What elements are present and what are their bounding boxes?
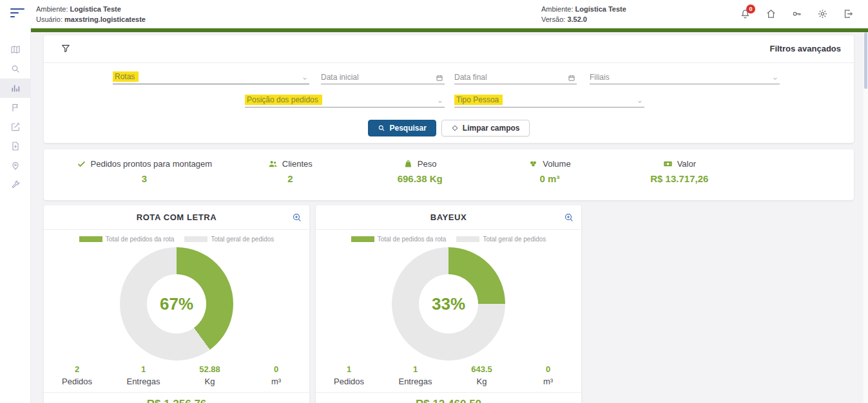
sidebar-nav bbox=[0, 28, 31, 403]
sidebar-item-tools[interactable] bbox=[0, 175, 31, 194]
versao-value: 3.52.0 bbox=[567, 15, 587, 23]
file-report-icon bbox=[10, 141, 21, 151]
sidebar-item-routes[interactable] bbox=[0, 98, 31, 117]
sidebar-item-search[interactable] bbox=[0, 59, 31, 79]
weight-icon bbox=[403, 159, 413, 169]
legend-swatch-green bbox=[79, 236, 102, 242]
summary-label: Valor bbox=[677, 159, 696, 169]
search-button[interactable]: Pesquisar bbox=[368, 120, 436, 136]
chart-legend: Total de pedidos da rota Total geral de … bbox=[44, 236, 309, 243]
ambiente-label: Ambiente: bbox=[36, 5, 68, 13]
volume-icon bbox=[528, 159, 538, 169]
sidebar-item-edit[interactable] bbox=[0, 117, 31, 136]
top-bar: Ambiente: Logística Teste Usuário: maxst… bbox=[0, 0, 868, 28]
donut-center: 67% bbox=[147, 274, 206, 333]
home-icon[interactable] bbox=[766, 8, 776, 19]
summary-label: Volume bbox=[543, 159, 570, 169]
donut-chart[interactable]: 67% bbox=[120, 247, 233, 361]
usuario-value: maxstring.logisticateste bbox=[64, 15, 146, 23]
summary-peso: Peso 696.38 Kg bbox=[355, 159, 485, 200]
route-charts-row: ROTA COM LETRA Total de pedidos da rota … bbox=[44, 205, 854, 403]
environment-info: Ambiente: Logística Teste Usuário: maxst… bbox=[36, 4, 146, 24]
notifications-bell-icon[interactable]: 0 bbox=[740, 8, 751, 19]
chevron-down-icon bbox=[437, 99, 443, 104]
vertical-scrollbar[interactable] bbox=[863, 32, 868, 403]
edit-icon bbox=[10, 122, 21, 132]
rotas-label: Rotas bbox=[113, 71, 139, 82]
data-final-input[interactable]: Data final bbox=[454, 71, 577, 84]
rotas-select[interactable]: Rotas bbox=[113, 71, 309, 84]
tipo-pessoa-select[interactable]: Tipo Pessoa bbox=[454, 95, 644, 108]
tipo-pessoa-label: Tipo Pessoa bbox=[454, 95, 503, 105]
search-icon bbox=[10, 64, 21, 74]
advanced-filters-link[interactable]: Filtros avançados bbox=[769, 44, 841, 53]
stat-m3: 0m³ bbox=[243, 364, 309, 386]
magnifier-icon bbox=[378, 124, 385, 132]
route-total-value: R$ 12.460,50 bbox=[316, 392, 581, 403]
sidebar-item-reports[interactable] bbox=[0, 136, 31, 156]
key-icon[interactable] bbox=[791, 8, 802, 19]
legend-swatch-green bbox=[351, 236, 374, 242]
calendar-icon[interactable] bbox=[436, 74, 443, 82]
summary-valor: Valor R$ 13.717,26 bbox=[615, 159, 744, 200]
menu-hamburger-icon[interactable] bbox=[10, 8, 26, 20]
posicao-pedidos-select[interactable]: Posição dos pedidos bbox=[245, 95, 445, 108]
posicao-pedidos-label: Posição dos pedidos bbox=[245, 95, 322, 105]
stat-entregas: 1Entregas bbox=[382, 364, 448, 386]
route-card-title: ROTA COM LETRA bbox=[44, 205, 309, 230]
summary-value: R$ 13.717,26 bbox=[615, 173, 744, 184]
route-card-title: BAYEUX bbox=[316, 205, 581, 230]
versao-label: Versão: bbox=[541, 15, 565, 23]
chevron-down-icon bbox=[772, 76, 778, 81]
summary-clientes: Clientes 2 bbox=[226, 159, 355, 200]
summary-panel: Pedidos prontos para montagem 3 Clientes… bbox=[44, 149, 854, 200]
donut-percentage: 33% bbox=[432, 294, 465, 314]
money-icon bbox=[663, 159, 673, 169]
settings-gear-icon[interactable] bbox=[817, 8, 828, 19]
sidebar-item-map[interactable] bbox=[0, 40, 31, 59]
filter-funnel-icon[interactable] bbox=[61, 43, 71, 56]
wrench-icon bbox=[10, 180, 21, 190]
sidebar-item-dashboard[interactable] bbox=[0, 79, 31, 98]
zoom-in-icon[interactable] bbox=[292, 212, 302, 223]
filter-buttons-row: Pesquisar Limpar campos bbox=[44, 120, 854, 136]
stat-entregas: 1Entregas bbox=[110, 364, 177, 386]
chart-legend: Total de pedidos da rota Total geral de … bbox=[316, 236, 581, 243]
data-final-label: Data final bbox=[454, 73, 487, 82]
summary-pedidos-prontos: Pedidos prontos para montagem 3 bbox=[63, 159, 226, 200]
summary-label: Pedidos prontos para montagem bbox=[91, 159, 213, 169]
data-inicial-input[interactable]: Data inicial bbox=[321, 71, 445, 84]
data-inicial-label: Data inicial bbox=[321, 73, 359, 82]
stat-pedidos: 1Pedidos bbox=[316, 364, 382, 386]
scrollbar-thumb[interactable] bbox=[864, 32, 867, 89]
legend-label: Total de pedidos da rota bbox=[106, 236, 175, 243]
clear-fields-button[interactable]: Limpar campos bbox=[441, 120, 530, 136]
flag-icon bbox=[10, 102, 21, 113]
legend-label: Total de pedidos da rota bbox=[378, 236, 447, 243]
environment-version-info: Ambiente: Logística Teste Versão: 3.52.0 bbox=[541, 4, 626, 24]
summary-value: 2 bbox=[226, 173, 355, 184]
main-content: Filtros avançados Rotas Data inicial Dat… bbox=[31, 32, 868, 403]
check-icon bbox=[77, 159, 86, 169]
summary-label: Clientes bbox=[282, 159, 313, 169]
accent-bar bbox=[31, 28, 868, 32]
bar-chart-icon bbox=[10, 83, 21, 93]
calendar-icon[interactable] bbox=[568, 74, 575, 82]
map-icon bbox=[10, 44, 21, 55]
zoom-in-icon[interactable] bbox=[564, 212, 574, 223]
chevron-down-icon bbox=[302, 76, 308, 81]
filiais-select[interactable]: Filiais bbox=[590, 71, 780, 84]
route-stats-row: 1Pedidos 1Entregas 643.5Kg 0m³ bbox=[316, 364, 581, 386]
filter-panel: Filtros avançados Rotas Data inicial Dat… bbox=[44, 35, 854, 143]
logout-icon[interactable] bbox=[843, 8, 854, 19]
route-card-rota-com-letra: ROTA COM LETRA Total de pedidos da rota … bbox=[44, 205, 309, 403]
chevron-down-icon bbox=[637, 99, 643, 104]
donut-chart[interactable]: 33% bbox=[392, 247, 505, 361]
summary-value: 3 bbox=[63, 173, 226, 184]
route-stats-row: 2Pedidos 1Entregas 52.88Kg 0m³ bbox=[44, 364, 309, 386]
sidebar-item-locations[interactable] bbox=[0, 156, 31, 175]
stat-kg: 643.5Kg bbox=[448, 364, 515, 386]
legend-swatch-gray bbox=[456, 236, 479, 242]
location-pin-icon bbox=[10, 160, 21, 171]
notification-badge: 0 bbox=[746, 5, 755, 14]
